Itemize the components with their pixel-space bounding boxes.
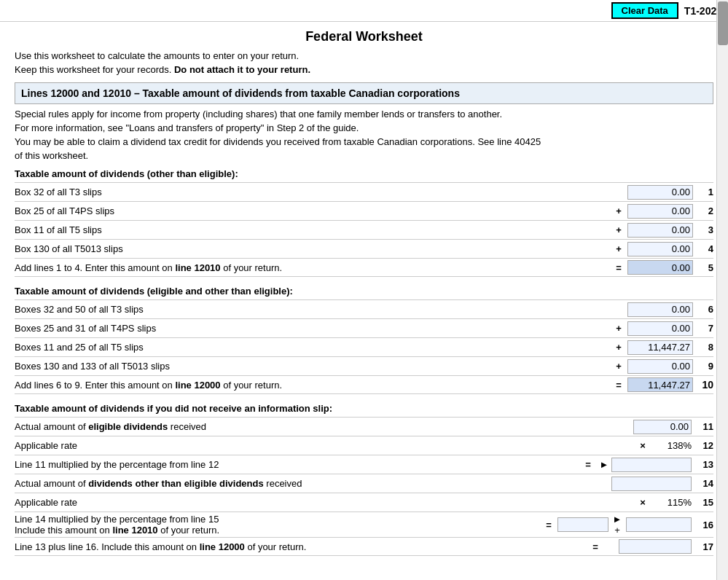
row-label: Boxes 32 and 50 of all T3 slips [15,304,610,315]
table-row: Boxes 11 and 25 of all T5 slips + 8 [15,337,713,356]
table-row: Boxes 130 and 133 of all T5013 slips + 9 [15,356,713,375]
page-title: Federal Worksheet [15,29,713,44]
line-2-input[interactable] [627,204,693,219]
table-row: Line 11 multiplied by the percentage fro… [15,455,713,474]
row-number: 7 [696,323,713,334]
table-row: Actual amount of eligible dividends rece… [15,417,713,436]
table-row: Add lines 1 to 4. Enter this amount on l… [15,258,713,277]
row-label: Actual amount of dividends other than el… [15,478,579,489]
main-content: Federal Worksheet Use this worksheet to … [0,22,728,571]
row-label: Actual amount of eligible dividends rece… [15,421,616,432]
instruction-2-bold: Do not attach it to your return. [171,64,310,75]
row-label: Boxes 25 and 31 of all T4PS slips [15,323,610,334]
section-note-3: You may be able to claim a dividend tax … [15,136,713,147]
row-number: 15 [693,497,713,508]
row-operator: = [587,541,604,552]
line-17-input[interactable] [619,539,692,554]
row-operator: × [634,497,651,508]
row-label: Line 14 multiplied by the percentage fro… [15,514,540,536]
subsection2-label: Taxable amount of dividends (eligible an… [15,286,713,297]
table-row: Line 14 multiplied by the percentage fro… [15,512,713,537]
row-number: 17 [693,541,713,552]
table-row: Box 32 of all T3 slips 1 [15,182,713,201]
row-label: Boxes 130 and 133 of all T5013 slips [15,361,610,372]
table-row: Applicable rate × 138% 12 [15,436,713,455]
subsection3-label: Taxable amount of dividends if you did n… [15,403,713,414]
line-6-input[interactable] [627,302,693,317]
table-row: Boxes 25 and 31 of all T4PS slips + 7 [15,318,713,337]
instruction-2-normal: Keep this worksheet for your records. [15,64,171,75]
row-number: 12 [693,440,713,451]
row-number: 14 [693,478,713,489]
row-number: 10 [696,379,713,391]
table-row: Box 11 of all T5 slips + 3 [15,220,713,239]
top-bar: Clear Data T1-2021 [0,0,728,22]
section-note-2: For more information, see "Loans and tra… [15,122,713,133]
table-row: Box 130 of all T5013 slips + 4 [15,239,713,258]
line-16-left-input[interactable] [557,517,608,532]
row-operator: × [634,440,651,451]
row-number: 16 [693,520,713,530]
line-9-input[interactable] [627,359,693,374]
line-3-input[interactable] [627,223,693,238]
rate-value: 115% [651,497,692,508]
line-7-input[interactable] [627,321,693,336]
line-11-input[interactable] [633,420,692,434]
line-10-input[interactable] [627,377,693,392]
rows-group-1: Box 32 of all T3 slips 1 Box 25 of all T… [15,182,713,277]
row-number: 2 [696,205,713,216]
row-label: Boxes 11 and 25 of all T5 slips [15,342,610,353]
row-label: Applicable rate [15,497,634,508]
row-label: Add lines 6 to 9. Enter this amount on l… [15,380,610,391]
table-row: Applicable rate × 115% 15 [15,493,713,512]
line-8-input[interactable] [627,340,693,355]
row-operator: = [610,262,627,273]
scrollbar[interactable] [716,0,728,580]
row-operator: = [540,520,557,530]
row-operator: + [610,243,627,254]
arrow-plus-icon: ► + [608,514,626,536]
row-label: Box 25 of all T4PS slips [15,205,610,216]
table-row: Box 25 of all T4PS slips + 2 [15,201,713,220]
row-label: Box 11 of all T5 slips [15,224,610,235]
line-4-input[interactable] [627,242,693,256]
row-operator: + [610,361,627,372]
row-label: Box 32 of all T3 slips [15,187,610,197]
row-number: 11 [693,421,713,432]
rate-value: 138% [651,440,692,451]
row-number: 3 [696,224,713,235]
line-5-input[interactable] [627,260,693,275]
row-number: 6 [696,304,713,315]
row-label: Box 130 of all T5013 slips [15,243,610,254]
arrow-icon: ► [597,459,611,470]
table-row: Boxes 32 and 50 of all T3 slips 6 [15,299,713,318]
row-operator: + [610,323,627,334]
row-number: 8 [696,342,713,353]
clear-data-button[interactable]: Clear Data [611,2,678,19]
row-operator: = [579,459,597,470]
line-13-input[interactable] [611,458,692,472]
table-row: Actual amount of dividends other than el… [15,474,713,493]
section-header: Lines 12000 and 12010 – Taxable amount o… [15,82,713,104]
row-label: Line 13 plus line 16. Include this amoun… [15,541,587,552]
line-1-input[interactable] [627,185,693,200]
row-number: 13 [693,459,713,470]
row-number: 1 [696,187,713,197]
row-operator: + [610,205,627,216]
line-14-input[interactable] [611,477,692,491]
row-label: Applicable rate [15,440,634,451]
instruction-1: Use this worksheet to calculate the amou… [15,50,713,61]
row-number: 9 [696,361,713,372]
rows-group-3: Actual amount of eligible dividends rece… [15,417,713,556]
section-note-1: Special rules apply for income from prop… [15,109,713,119]
row-label: Line 11 multiplied by the percentage fro… [15,459,579,470]
table-row: Line 13 plus line 16. Include this amoun… [15,537,713,556]
row-number: 4 [696,243,713,254]
line-16-right-input[interactable] [626,517,692,532]
table-row: Add lines 6 to 9. Enter this amount on l… [15,375,713,394]
row-operator: + [610,342,627,353]
row-number: 5 [696,262,713,273]
subsection1-label: Taxable amount of dividends (other than … [15,168,713,179]
row-operator: = [610,380,627,391]
instruction-2: Keep this worksheet for your records. Do… [15,64,713,75]
